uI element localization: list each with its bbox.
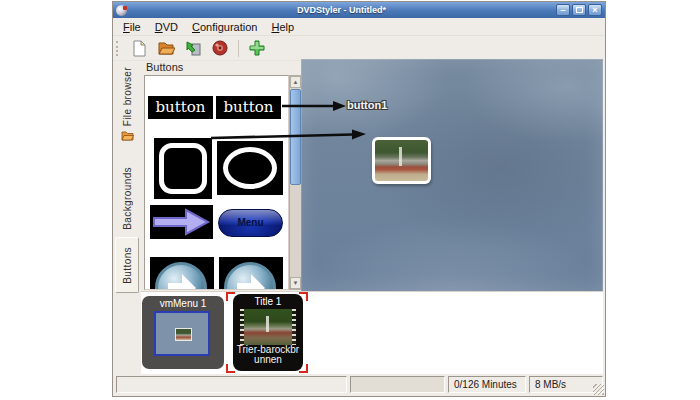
button-template-ellipse[interactable]	[217, 141, 283, 195]
button-template-rounded-square[interactable]	[154, 138, 212, 199]
menu-configuration[interactable]: Configuration	[185, 20, 264, 34]
button-template-arrow[interactable]	[150, 205, 213, 239]
menu-editor-canvas[interactable]: button1	[301, 59, 603, 292]
maximize-button[interactable]	[572, 4, 586, 16]
toolbar	[113, 36, 605, 61]
sidebar-tab-file-browser[interactable]: File browser	[114, 67, 140, 141]
selection-corner-top-left	[226, 292, 235, 301]
menu-file[interactable]: File	[116, 20, 148, 34]
window-title: DVDStyler - Untitled*	[130, 5, 553, 15]
title-thumbnail-label: Title 1	[233, 294, 303, 307]
status-bitrate: 8 MB/s	[529, 376, 603, 393]
menu-thumbnail-preview	[154, 311, 210, 356]
resize-grip[interactable]	[593, 384, 604, 395]
sidebar-tab-backgrounds-label: Backgrounds	[122, 167, 133, 230]
new-document-icon	[130, 39, 148, 57]
fountain-photo-detail	[266, 316, 269, 332]
button-template-circle-arrow-1[interactable]	[150, 257, 214, 290]
save-icon	[184, 39, 202, 57]
filmstrip-thumbnail	[240, 309, 296, 345]
toolbar-grip[interactable]	[116, 41, 120, 56]
status-message-field	[116, 376, 347, 393]
circle-arrow-icon	[155, 262, 207, 290]
menu-thumbnail[interactable]: vmMenu 1	[142, 296, 224, 369]
filmstrip-sprockets-right	[292, 309, 296, 345]
sidebar-tab-file-browser-label: File browser	[122, 67, 133, 126]
capacity-gauge	[350, 376, 445, 393]
open-button[interactable]	[156, 38, 176, 58]
scrollbar-thumb[interactable]	[290, 89, 301, 185]
sidebar-tab-buttons-label: Buttons	[122, 247, 133, 284]
right-arrow-icon	[150, 205, 213, 239]
sidebar-tab-backgrounds[interactable]: Backgrounds	[114, 167, 140, 230]
folder-icon	[121, 130, 134, 141]
buttons-panel-caption: Buttons	[146, 61, 183, 73]
maximize-icon	[576, 7, 583, 13]
menu-pill-label: Menu	[218, 209, 283, 237]
button-template-menu-pill[interactable]: Menu	[218, 209, 283, 237]
scroll-down-icon[interactable]: ▼	[290, 277, 301, 289]
canvas-image-button[interactable]	[372, 137, 431, 184]
burn-button[interactable]	[210, 38, 230, 58]
button-template-circle-arrow-2[interactable]	[219, 257, 283, 290]
open-folder-icon	[157, 39, 175, 57]
title-thumbnail[interactable]: Title 1 Trier-barockbrunnen	[233, 294, 303, 371]
selection-corner-bottom-left	[226, 364, 235, 373]
mini-photo-icon	[175, 328, 192, 341]
window-controls: – ×	[556, 4, 602, 16]
title-thumbnail-caption: Trier-barockbrunnen	[235, 345, 301, 365]
burn-disc-icon	[211, 39, 229, 57]
new-document-button[interactable]	[129, 38, 149, 58]
status-minutes: 0/126 Minutes	[448, 376, 526, 393]
circle-arrow-icon	[224, 262, 276, 290]
menu-bar: File DVD Configuration Help	[113, 18, 605, 36]
button-template-text-2[interactable]: button	[216, 96, 281, 119]
canvas-button1[interactable]: button1	[347, 99, 387, 111]
app-disc-icon[interactable]	[116, 5, 127, 16]
titlebar[interactable]: DVDStyler - Untitled* – ×	[113, 2, 605, 18]
sidebar-tabstrip: File browser Backgrounds Buttons	[113, 59, 141, 292]
menu-thumbnail-label: vmMenu 1	[142, 296, 224, 309]
button-template-text-1[interactable]: button	[148, 96, 213, 119]
close-button[interactable]: ×	[588, 4, 602, 16]
status-bar: 0/126 Minutes 8 MB/s	[113, 373, 605, 396]
minimize-button[interactable]: –	[556, 4, 570, 16]
app-window: DVDStyler - Untitled* – × File DVD Confi…	[112, 1, 606, 397]
scroll-up-icon[interactable]: ▲	[290, 76, 301, 88]
selection-corner-top-right	[299, 292, 308, 301]
toolbar-separator	[238, 40, 239, 57]
selection-corner-bottom-right	[299, 364, 308, 373]
save-button[interactable]	[183, 38, 203, 58]
sidebar-tab-buttons[interactable]: Buttons	[115, 237, 139, 293]
titleset-browser: vmMenu 1 Title 1 Trier-barockbrunnen	[141, 291, 603, 374]
filmstrip-sprockets-left	[240, 309, 244, 345]
buttons-list: button button Menu	[144, 75, 289, 290]
menu-help[interactable]: Help	[264, 20, 301, 34]
add-button[interactable]	[247, 38, 267, 58]
add-icon	[248, 39, 266, 57]
menu-dvd[interactable]: DVD	[148, 20, 185, 34]
